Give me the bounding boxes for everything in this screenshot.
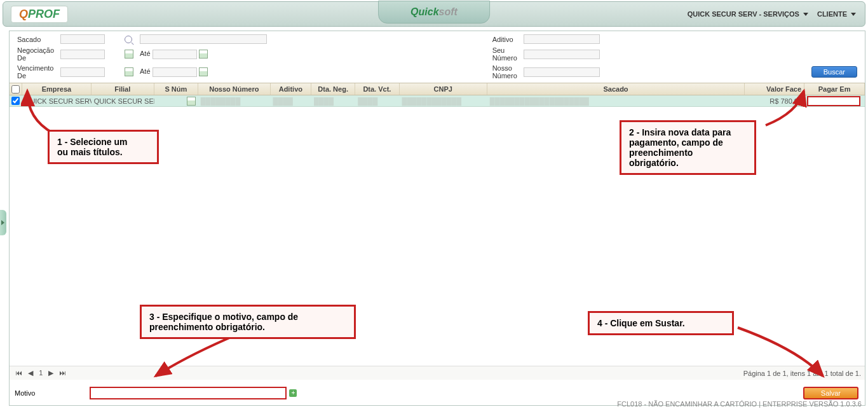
callout-4: 4 - Clique em Sustar. (588, 311, 734, 335)
salvar-button[interactable]: Salvar (803, 387, 858, 399)
col-aditivo[interactable]: Aditivo (271, 83, 311, 95)
search-icon[interactable] (125, 36, 132, 43)
negociacao-ate-input[interactable] (153, 50, 197, 59)
header-service-name[interactable]: QUICK SECUR SERV - SERVIÇOS (688, 10, 799, 18)
filter-panel: Sacado Aditivo Negociação De Até Seu Núm… (10, 31, 865, 83)
vencimento-ate-input[interactable] (153, 67, 197, 77)
sacado-name-input[interactable] (140, 34, 267, 44)
calendar-icon[interactable] (125, 67, 133, 76)
nosso-numero-input[interactable] (524, 67, 600, 77)
plus-icon[interactable]: + (289, 389, 297, 397)
label-sacado: Sacado (15, 34, 57, 45)
sacado-code-input[interactable] (60, 34, 105, 44)
calendar-icon[interactable] (125, 50, 133, 59)
label-negociacao-de: Negociação De (15, 46, 57, 62)
pager-last[interactable]: ⏭ (59, 369, 66, 377)
table-row[interactable]: QUICK SECUR SERV QUICK SECUR SERV ██████… (10, 95, 865, 107)
label-vencimento-de: Vencimento De (15, 64, 57, 80)
footer-version: FCL018 - NÃO ENCAMINHAR A CARTÓRIO | ENT… (617, 400, 862, 408)
cell-dta-neg: ████ (311, 95, 355, 106)
brand-quick: Quick (410, 6, 438, 17)
col-dta-vct[interactable]: Dta. Vct. (355, 83, 399, 95)
calendar-icon[interactable] (199, 50, 208, 59)
arrow-4 (734, 324, 829, 381)
sidebar-expand-tab[interactable] (0, 210, 6, 235)
content-panel: Sacado Aditivo Negociação De Até Seu Núm… (9, 31, 865, 406)
cell-aditivo: ████ (271, 95, 311, 106)
motivo-input[interactable] (90, 387, 287, 399)
brand-soft: soft (439, 6, 458, 17)
logo-q: Q (19, 8, 28, 20)
grid-header: Empresa Filial S Núm Nosso Número Aditiv… (10, 83, 865, 95)
col-filial[interactable]: Filial (92, 83, 154, 95)
label-motivo: Motivo (15, 389, 35, 397)
buscar-button[interactable]: Buscar (811, 66, 857, 78)
pager-controls: ⏮ ◀ 1 ▶ ⏭ (13, 369, 68, 377)
col-nosso-numero[interactable]: Nosso Número (198, 83, 271, 95)
seu-numero-input[interactable] (524, 50, 600, 59)
calendar-icon[interactable] (199, 67, 208, 76)
header-client[interactable]: CLIENTE (817, 10, 847, 18)
row-checkbox[interactable] (11, 97, 20, 105)
cell-sacado: ████████████████████ (487, 95, 745, 106)
label-nosso-numero: Nosso Número (490, 64, 520, 80)
header-brand: Quicksoft (378, 1, 490, 24)
header-bar: QPROF Quicksoft QUICK SECUR SERV - SERVI… (3, 1, 865, 27)
col-dta-neg[interactable]: Dta. Neg. (311, 83, 355, 95)
col-pagar-em[interactable]: Pagar Em (804, 83, 865, 95)
col-cnpj[interactable]: CNPJ (400, 83, 487, 95)
logo-prof: PROF (28, 8, 60, 20)
pager-page: 1 (39, 369, 43, 377)
select-all-checkbox[interactable] (11, 85, 20, 94)
dropdown-icon[interactable] (851, 13, 856, 16)
arrow-2 (759, 87, 810, 132)
logo: QPROF (11, 6, 68, 23)
col-snum[interactable]: S Núm (154, 83, 198, 95)
pager-next[interactable]: ▶ (48, 369, 53, 377)
cell-filial: QUICK SECUR SERV (92, 95, 154, 106)
pagar-em-input[interactable] (807, 96, 860, 106)
pager-prev[interactable]: ◀ (28, 369, 33, 377)
calendar-icon[interactable] (187, 97, 196, 106)
aditivo-input[interactable] (524, 34, 600, 44)
label-seu-numero: Seu Número (490, 46, 520, 62)
cell-nosso: ████████ (198, 95, 271, 106)
callout-1: 1 - Selecione um ou mais títulos. (48, 130, 159, 164)
dropdown-icon[interactable] (803, 13, 808, 16)
vencimento-de-input[interactable] (60, 67, 105, 77)
header-right: QUICK SECUR SERV - SERVIÇOS CLIENTE (688, 10, 856, 18)
label-ate-2: Até (140, 67, 151, 75)
negociacao-de-input[interactable] (60, 50, 105, 59)
cell-cnpj: ████████████ (399, 95, 487, 106)
label-ate: Até (140, 50, 151, 57)
col-sacado[interactable]: Sacado (487, 83, 745, 95)
cell-snum (154, 95, 198, 106)
cell-dta-vct: ████ (355, 95, 399, 106)
label-aditivo: Aditivo (490, 34, 520, 45)
callout-2: 2 - Insira nova data para pagamento, cam… (620, 120, 756, 175)
pager-first[interactable]: ⏮ (15, 369, 22, 377)
callout-3: 3 - Especifique o motivo, campo de preen… (140, 305, 356, 339)
